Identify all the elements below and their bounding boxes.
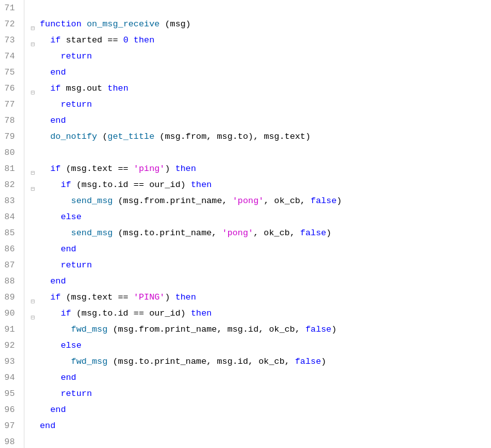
ln-88: 88 [0,273,19,289]
code-line-83: send_msg (msg.from.print_name, 'pong', o… [31,193,491,209]
kw-if-89: if [50,289,60,305]
kw-return-87: return [60,257,92,273]
code-line-93: fwd_msg (msg.to.print_name, msg.id, ok_c… [31,354,491,370]
ln-85: 85 [0,225,19,241]
ln-91: 91 [0,321,19,337]
ln-87: 87 [0,257,19,273]
kw-end-75: end [50,64,66,80]
code-line-80 [31,145,491,161]
ln-89: 89 [0,289,19,305]
code-line-73: ⊟ if started == 0 then [31,32,491,48]
kw-else-92: else [60,337,81,354]
code-line-79: do_notify (get_title (msg.from, msg.to),… [31,129,491,145]
fold-icon-82[interactable]: ⊟ [31,181,39,189]
ln-92: 92 [0,337,19,354]
code-line-94: end [31,370,491,386]
kw-if-90: if [60,305,71,321]
ln-73: 73 [0,32,19,48]
ln-78: 78 [0,112,19,129]
code-line-76: ⊟ if msg.out then [31,80,491,96]
code-line-71 [31,0,491,16]
ln-94: 94 [0,370,19,386]
ln-80: 80 [0,145,19,161]
ln-95: 95 [0,386,19,402]
kw-then-73: then [134,32,154,48]
kw-then-90: then [191,305,211,321]
code-line-75: end [31,64,491,80]
kw-then-81: then [175,161,196,177]
str-pong-85: 'pong' [222,225,254,241]
kw-function-72: function [40,16,82,32]
code-line-77: return [31,96,491,112]
code-line-82: ⊟ if (msg.to.id == our_id) then [31,177,491,193]
str-PING-89: 'PING' [134,289,165,305]
kw-end-78: end [50,112,66,129]
fold-icon-81[interactable]: ⊟ [31,165,39,173]
kw-end-86: end [60,241,76,257]
code-line-89: ⊟ if (msg.text == 'PING') then [31,289,491,305]
num-73: 0 [123,32,129,48]
fold-icon-73[interactable]: ⊟ [31,37,39,44]
code-line-72: ⊟function on_msg_receive (msg) [31,16,491,32]
code-line-88: end [31,273,491,289]
ln-71: 71 [0,0,19,16]
ln-84: 84 [0,209,19,225]
code-line-97: end [31,418,491,434]
code-line-87: return [31,257,491,273]
code-lines: ⊟function on_msg_receive (msg) ⊟ if star… [24,0,491,448]
bool-false-83: false [310,193,337,209]
kw-then-89: then [175,289,196,305]
line-numbers: 71 72 73 74 75 76 77 78 79 80 81 82 83 8… [0,0,24,448]
kw-end-97: end [40,418,55,434]
code-line-85: send_msg (msg.to.print_name, 'pong', ok_… [31,225,491,241]
fold-icon-89[interactable]: ⊟ [31,294,39,301]
fold-icon-72[interactable]: ⊟ [31,21,39,28]
ln-96: 96 [0,402,19,418]
kw-end-96: end [50,402,66,418]
bool-false-85: false [300,225,326,241]
code-line-95: return [31,386,491,402]
ln-77: 77 [0,96,19,112]
kw-return-74: return [60,48,92,64]
ln-86: 86 [0,241,19,257]
code-line-90: ⊟ if (msg.to.id == our_id) then [31,305,491,321]
fn-call-fwd-msg-91: fwd_msg [71,321,108,337]
kw-if-76: if [50,80,60,96]
ln-83: 83 [0,193,19,209]
ln-98: 98 [0,434,19,448]
fold-icon-76[interactable]: ⊟ [31,85,39,93]
code-line-84: else [31,209,491,225]
ln-97: 97 [0,418,19,434]
code-line-92: else [31,337,491,354]
bool-false-91: false [305,321,332,337]
ln-90: 90 [0,305,19,321]
kw-return-95: return [60,386,92,402]
kw-else-84: else [60,209,81,225]
kw-if-81: if [50,161,60,177]
code-line-81: ⊟ if (msg.text == 'ping') then [31,161,491,177]
ln-93: 93 [0,354,19,370]
fn-call-do-notify-79: do_notify [50,129,97,145]
kw-if-82: if [60,177,71,193]
ln-82: 82 [0,177,19,193]
kw-end-88: end [50,273,66,289]
fold-icon-90[interactable]: ⊟ [31,310,39,318]
str-ping-81: 'ping' [134,161,165,177]
code-line-96: end [31,402,491,418]
kw-if-73: if [50,32,60,48]
code-line-74: return [31,48,491,64]
ln-79: 79 [0,129,19,145]
fn-call-send-msg-83: send_msg [71,193,113,209]
bool-false-93: false [295,354,321,370]
ln-72: 72 [0,16,19,32]
code-line-78: end [31,112,491,129]
code-line-98 [31,434,491,448]
code-line-86: end [31,241,491,257]
ln-81: 81 [0,161,19,177]
ln-75: 75 [0,64,19,80]
ln-76: 76 [0,80,19,96]
kw-end-94: end [60,370,76,386]
ln-74: 74 [0,48,19,64]
fn-call-send-msg-85: send_msg [71,225,113,241]
fn-call-fwd-msg-93: fwd_msg [71,354,108,370]
